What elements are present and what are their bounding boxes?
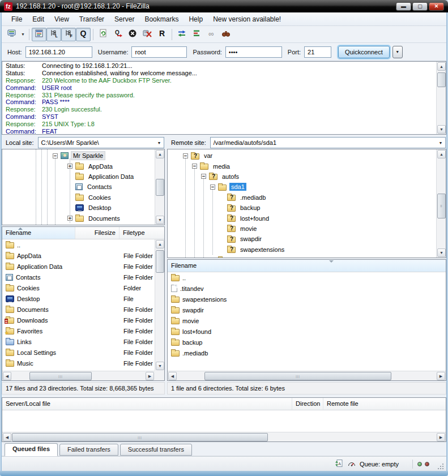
- tab-failed-transfers[interactable]: Failed transfers: [59, 444, 118, 456]
- tree-item-autofs[interactable]: −autofs: [168, 171, 436, 182]
- tree-item-desktop[interactable]: Desktop: [2, 203, 154, 213]
- host-input[interactable]: [25, 46, 92, 58]
- scrollbar-thumb[interactable]: ≡: [437, 194, 446, 218]
- scrollbar-thumb[interactable]: [156, 179, 164, 196]
- column-header-filename[interactable]: Filename: [168, 260, 446, 272]
- file-row-appdata[interactable]: AppDataFile Folder: [2, 250, 155, 261]
- process-queue-button[interactable]: Q: [110, 28, 125, 41]
- tree-item-application-data[interactable]: Application Data: [2, 171, 154, 182]
- menu-item-edit[interactable]: Edit: [27, 14, 49, 25]
- refresh-button[interactable]: [96, 28, 110, 41]
- scroll-left-arrow[interactable]: ◀: [3, 372, 11, 380]
- scroll-down-arrow[interactable]: ▼: [437, 248, 446, 257]
- tree-item-lost-found[interactable]: lost+found: [168, 213, 436, 223]
- column-header-filesize[interactable]: Filesize: [75, 227, 120, 239]
- resize-grip[interactable]: [437, 463, 444, 470]
- site-manager-dropdown[interactable]: ▼: [19, 28, 27, 41]
- file-row-swapdir[interactable]: swapdir: [168, 305, 446, 315]
- menu-item-bookmarks[interactable]: Bookmarks: [139, 14, 184, 25]
- collapse-icon[interactable]: −: [183, 153, 188, 158]
- collapse-icon[interactable]: −: [192, 164, 197, 169]
- collapse-icon[interactable]: −: [201, 174, 206, 179]
- tree-item-mediadb[interactable]: .mediadb: [168, 192, 436, 203]
- file-row-local-settings[interactable]: Local SettingsFile Folder: [2, 347, 155, 358]
- close-button[interactable]: ✕: [429, 2, 444, 11]
- remote-site-combo[interactable]: /var/media/autofs/sda1 ▼: [210, 137, 446, 148]
- toggle-filters-button[interactable]: ∞: [204, 28, 219, 41]
- file-row-favorites[interactable]: FavoritesFile Folder: [2, 325, 155, 336]
- scroll-left-arrow[interactable]: ◀: [3, 433, 11, 441]
- scroll-down-arrow[interactable]: ▼: [437, 125, 446, 134]
- scroll-down-arrow[interactable]: ▼: [156, 362, 164, 370]
- file-row-documents[interactable]: DocumentsFile Folder: [2, 304, 155, 315]
- file-row-desktop[interactable]: DesktopFile: [2, 293, 155, 304]
- tree-item-mr-sparkle[interactable]: −Mr Sparkle: [2, 151, 154, 161]
- tree-item-backup[interactable]: backup: [168, 203, 436, 213]
- column-header-server-local-file[interactable]: Server/Local file: [2, 398, 292, 410]
- file-row-movie[interactable]: movie: [168, 315, 446, 326]
- directory-comparison-button[interactable]: [189, 28, 204, 41]
- toggle-local-tree-button[interactable]: L: [46, 28, 61, 41]
- menu-item-server[interactable]: Server: [109, 14, 139, 25]
- collapse-icon[interactable]: −: [210, 185, 215, 190]
- tree-item-appdata[interactable]: +AppData: [2, 161, 154, 171]
- scroll-up-arrow[interactable]: ▲: [156, 240, 164, 248]
- tree-item-var[interactable]: −var: [168, 151, 436, 161]
- password-input[interactable]: [225, 46, 282, 58]
- file-row-mediadb[interactable]: .mediadb: [168, 348, 446, 358]
- tree-item-swapdir[interactable]: swapdir: [168, 234, 436, 244]
- toggle-transfer-queue-button[interactable]: Q: [76, 28, 91, 41]
- queue-hscrollbar[interactable]: ◀ ▶ |||: [2, 432, 446, 441]
- quickconnect-dropdown[interactable]: ▼: [392, 46, 403, 58]
- tab-queued-files[interactable]: Queued files: [5, 443, 58, 456]
- scroll-up-arrow[interactable]: ▲: [437, 62, 446, 71]
- scroll-right-arrow[interactable]: ▶: [437, 372, 445, 380]
- port-input[interactable]: [304, 46, 331, 58]
- scrollbar-thumb[interactable]: |||: [29, 372, 92, 380]
- tree-item-swapextensions[interactable]: swapextensions: [168, 245, 436, 255]
- message-log-scrollbar[interactable]: ▲ ▼: [436, 62, 446, 134]
- expand-icon[interactable]: +: [67, 216, 72, 221]
- local-site-combo[interactable]: C:\Users\Mr Sparkle\ ▼: [38, 137, 164, 148]
- file-row-item[interactable]: ..: [2, 239, 155, 250]
- quickconnect-button[interactable]: Quickconnect: [338, 46, 390, 58]
- menu-item-new-version-notice[interactable]: New version available!: [208, 14, 286, 25]
- tab-successful-transfers[interactable]: Successful transfers: [120, 444, 192, 456]
- column-header-filename[interactable]: Filename: [2, 227, 75, 239]
- disconnect-button[interactable]: [140, 28, 155, 41]
- toggle-remote-tree-button[interactable]: F: [61, 28, 76, 41]
- file-row-links[interactable]: LinksFile Folder: [2, 336, 155, 347]
- file-row-cookies[interactable]: CookiesFolder: [2, 282, 155, 293]
- file-row-item[interactable]: ..: [168, 272, 446, 283]
- file-row-music[interactable]: MusicFile Folder: [2, 358, 155, 368]
- scroll-up-arrow[interactable]: ▲: [156, 150, 164, 158]
- toggle-message-log-button[interactable]: [32, 28, 46, 41]
- scroll-right-arrow[interactable]: ▶: [146, 372, 154, 380]
- local-list-vscrollbar[interactable]: ▲ ▼: [155, 239, 164, 371]
- tree-item-dvd[interactable]: dvd: [168, 255, 436, 258]
- scroll-up-arrow[interactable]: ▲: [437, 150, 446, 158]
- tree-item-media[interactable]: −media: [168, 161, 436, 171]
- file-row-lost-found[interactable]: lost+found: [168, 326, 446, 337]
- file-row-application-data[interactable]: Application DataFile Folder: [2, 261, 155, 272]
- scrollbar-thumb[interactable]: [437, 72, 446, 87]
- file-row-titandev[interactable]: .titandev: [168, 283, 446, 294]
- file-row-swapextensions[interactable]: swapextensions: [168, 294, 446, 305]
- cancel-operation-button[interactable]: [125, 28, 140, 41]
- minimize-button[interactable]: ▬: [396, 2, 411, 11]
- scrollbar-thumb[interactable]: |||: [12, 433, 268, 441]
- local-list-hscrollbar[interactable]: ◀ ▶ |||: [2, 371, 155, 380]
- scrollbar-thumb[interactable]: [156, 250, 164, 273]
- column-header-filetype[interactable]: Filetype: [120, 227, 164, 239]
- file-search-button[interactable]: [219, 28, 233, 41]
- column-header-remote-file[interactable]: Remote file: [323, 398, 446, 410]
- chevron-down-icon[interactable]: ▼: [436, 141, 445, 145]
- file-row-backup[interactable]: backup: [168, 337, 446, 348]
- file-row-downloads[interactable]: DownloadsFile Folder: [2, 315, 155, 325]
- remote-list-hscrollbar[interactable]: ◀ ▶ |||: [168, 371, 446, 380]
- maximize-button[interactable]: ▢: [412, 2, 428, 11]
- site-manager-button[interactable]: [5, 28, 19, 41]
- reconnect-button[interactable]: R: [155, 28, 169, 41]
- expand-icon[interactable]: +: [67, 164, 72, 169]
- synchronized-browsing-button[interactable]: [174, 28, 189, 41]
